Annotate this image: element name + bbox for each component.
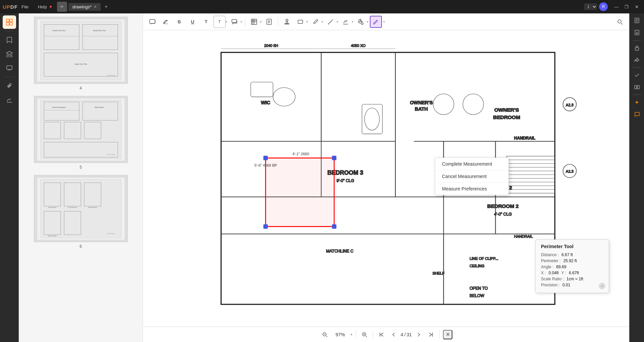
nav-sep-3	[439, 331, 440, 339]
rect-btn[interactable]	[294, 16, 306, 28]
thumbnail-panel-toggle[interactable]	[3, 15, 16, 29]
thumb-placeholder-4: Partial Floor Plan Partial Floor Plan Up…	[34, 17, 128, 83]
signature-arrow[interactable]: ▾	[352, 20, 353, 23]
page-current: 4	[401, 332, 403, 337]
stamp-tool-btn[interactable]	[281, 16, 293, 28]
complete-measurement-item[interactable]: Complete Measurement	[435, 158, 508, 170]
perim-x-label: X :	[541, 271, 546, 275]
svg-rect-2	[6, 22, 9, 25]
toolbar: S U T T ▾ ▾ ▾	[143, 13, 629, 30]
typewriter-tool-btn[interactable]: T	[200, 16, 212, 28]
rs-compare-btn[interactable]	[632, 82, 642, 93]
svg-text:5'-6"  4068 BP: 5'-6" 4068 BP	[254, 163, 277, 167]
measure-handle-bl	[263, 224, 268, 229]
svg-text:BATH: BATH	[415, 106, 428, 112]
zoom-in-btn[interactable]	[359, 330, 369, 340]
comment-tool-btn[interactable]	[146, 16, 158, 28]
svg-rect-40	[232, 19, 237, 22]
callout-arrow[interactable]: ▾	[241, 20, 242, 23]
text-box-arrow[interactable]: ▾	[226, 20, 227, 23]
maximize-btn[interactable]: ❐	[622, 2, 631, 11]
thumbnail-page-5[interactable]: Interior Elevations Wall Section Farrar …	[22, 96, 139, 170]
measure-arrow[interactable]: ▾	[337, 20, 338, 23]
svg-rect-73	[251, 82, 273, 97]
measure-btn[interactable]	[325, 16, 337, 28]
svg-text:Rear Elevation: Rear Elevation	[88, 207, 97, 208]
perim-angle-row: Angle : 89.69	[541, 265, 603, 269]
toolbar-sep-1	[245, 17, 245, 26]
zoom-dropdown-btn[interactable]: ▾	[351, 333, 352, 336]
strikethrough-tool-btn[interactable]: S	[173, 16, 185, 28]
underline-tool-btn[interactable]: U	[187, 16, 199, 28]
highlight-tool-btn[interactable]	[160, 16, 172, 28]
note-tool-btn[interactable]	[263, 16, 275, 28]
rs-export-btn[interactable]	[632, 15, 642, 26]
rs-lock-btn[interactable]	[632, 43, 642, 53]
text-box-btn[interactable]: T	[213, 16, 226, 28]
rs-share-btn[interactable]	[632, 55, 642, 65]
left-sidebar	[0, 13, 19, 342]
sidebar-item-comments[interactable]	[3, 61, 16, 75]
help-menu[interactable]: Help	[34, 3, 56, 11]
svg-text:Interior Elevations: Interior Elevations	[52, 106, 66, 108]
pencil-arrow[interactable]: ▾	[321, 20, 323, 23]
area-arrow[interactable]: ▾	[260, 20, 262, 23]
minimize-btn[interactable]: —	[612, 2, 621, 11]
thumbnail-panel: Partial Floor Plan Partial Floor Plan Up…	[19, 13, 143, 342]
cancel-measurement-item[interactable]: Cancel Measurement	[435, 170, 508, 182]
svg-text:BEDROOM 2: BEDROOM 2	[487, 203, 519, 209]
perim-angle-value: 89.69	[556, 265, 566, 269]
perim-perimeter-value: 25.92 ft	[563, 259, 577, 263]
zoom-out-btn[interactable]	[320, 330, 330, 340]
callout-btn[interactable]	[229, 16, 241, 28]
svg-text:CEILING: CEILING	[469, 264, 484, 268]
rs-import-btn[interactable]	[632, 27, 642, 38]
search-btn[interactable]	[614, 16, 626, 28]
tab-close-btn[interactable]: ✕	[94, 5, 97, 9]
sidebar-item-bookmarks[interactable]	[3, 33, 16, 47]
page-select-dropdown[interactable]: 1	[584, 3, 597, 10]
next-page-btn[interactable]	[414, 330, 424, 340]
svg-text:OWNER'S: OWNER'S	[410, 100, 433, 105]
pencil-tool-group: ▾	[309, 16, 323, 28]
thumbnail-page-4[interactable]: Partial Floor Plan Partial Floor Plan Up…	[22, 17, 139, 91]
svg-text:Left Elevation: Left Elevation	[48, 207, 56, 208]
drawings-tab[interactable]: drawings* ✕	[68, 3, 101, 11]
file-menu[interactable]: File	[17, 3, 33, 11]
content-area: S U T T ▾ ▾ ▾	[143, 13, 629, 342]
color-arrow[interactable]: ▾	[367, 20, 368, 23]
area-btn[interactable]	[248, 16, 260, 28]
signature-btn[interactable]	[340, 16, 352, 28]
rs-chat-btn[interactable]	[632, 109, 642, 120]
first-page-btn[interactable]	[377, 330, 387, 340]
rs-check-btn[interactable]	[632, 70, 642, 80]
svg-point-50	[286, 19, 288, 21]
sidebar-item-signatures[interactable]	[3, 93, 16, 107]
context-menu: Complete Measurement Cancel Measurement …	[435, 158, 509, 195]
perim-y-value: 6.67ft	[569, 271, 579, 275]
sidebar-item-attachments[interactable]	[3, 79, 16, 93]
perim-precision-row: Precision : 0.01	[541, 283, 603, 287]
user-avatar[interactable]: R	[599, 2, 608, 11]
svg-rect-4	[7, 66, 12, 69]
pencil-btn[interactable]	[309, 16, 321, 28]
active-annotation-btn[interactable]	[370, 16, 382, 28]
perimeter-panel-title: Perimeter Tool	[541, 244, 603, 249]
thumbnail-page-6[interactable]: Left Elevation Front Elevation Rear Elev…	[22, 175, 139, 249]
measure-preferences-item[interactable]: Measure Preferences	[435, 183, 508, 195]
bottom-bar: 97% ▾ 4 / 31 ✕	[143, 327, 629, 342]
rs-divider-1	[633, 40, 641, 41]
last-page-btn[interactable]	[426, 330, 436, 340]
exit-bottom-bar-btn[interactable]: ✕	[443, 330, 452, 339]
new-tab-btn[interactable]: +	[102, 2, 110, 11]
perim-scale-label: Scale Ratio :	[541, 277, 564, 281]
rect-arrow[interactable]: ▾	[306, 20, 308, 23]
sidebar-item-layers[interactable]	[3, 47, 16, 61]
perim-xy-row: X : 0.04ft Y : 6.67ft	[541, 271, 603, 275]
prev-page-btn[interactable]	[389, 330, 399, 340]
color-btn[interactable]	[355, 16, 367, 28]
close-btn[interactable]: ✕	[632, 2, 641, 11]
rs-ai-btn[interactable]: ✦	[632, 97, 642, 108]
canvas-area[interactable]: BEDROOM 3 9'-0" CLG OWNER'S BEDROOM OWNE…	[143, 30, 629, 327]
active-tool-arrow[interactable]: ▾	[383, 20, 385, 23]
